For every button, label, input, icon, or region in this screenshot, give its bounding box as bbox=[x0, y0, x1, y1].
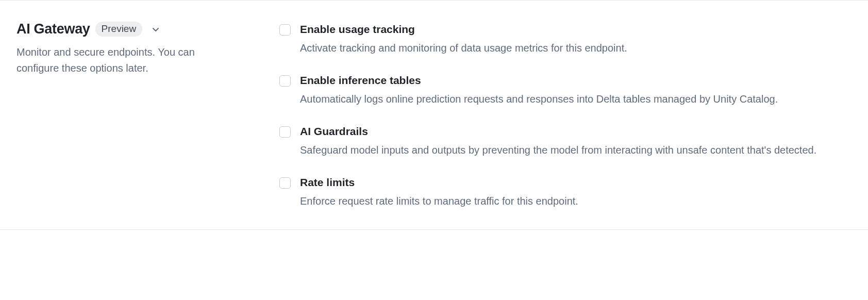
option-usage-tracking: Enable usage tracking Activate tracking … bbox=[279, 23, 852, 56]
checkbox-rate-limits[interactable] bbox=[279, 177, 291, 189]
section-header-column: AI Gateway Preview Monitor and secure en… bbox=[16, 21, 238, 209]
section-description: Monitor and secure endpoints. You can co… bbox=[16, 44, 238, 76]
checkbox-ai-guardrails[interactable] bbox=[279, 126, 291, 138]
option-body: Enable inference tables Automatically lo… bbox=[300, 74, 852, 107]
option-description: Activate tracking and monitoring of data… bbox=[300, 41, 852, 56]
option-ai-guardrails: AI Guardrails Safeguard model inputs and… bbox=[279, 125, 852, 158]
section-title: AI Gateway bbox=[16, 21, 90, 37]
section-header-row: AI Gateway Preview bbox=[16, 21, 238, 37]
option-body: Rate limits Enforce request rate limits … bbox=[300, 176, 852, 209]
option-body: Enable usage tracking Activate tracking … bbox=[300, 23, 852, 56]
checkbox-usage-tracking[interactable] bbox=[279, 24, 291, 36]
option-title: Enable inference tables bbox=[300, 74, 852, 87]
ai-gateway-section: AI Gateway Preview Monitor and secure en… bbox=[0, 0, 868, 230]
checkbox-inference-tables[interactable] bbox=[279, 75, 291, 87]
options-column: Enable usage tracking Activate tracking … bbox=[279, 21, 852, 209]
option-title: Rate limits bbox=[300, 176, 852, 189]
option-description: Safeguard model inputs and outputs by pr… bbox=[300, 143, 852, 158]
option-inference-tables: Enable inference tables Automatically lo… bbox=[279, 74, 852, 107]
option-title: AI Guardrails bbox=[300, 125, 852, 138]
option-body: AI Guardrails Safeguard model inputs and… bbox=[300, 125, 852, 158]
option-title: Enable usage tracking bbox=[300, 23, 852, 36]
chevron-down-icon[interactable] bbox=[151, 24, 161, 35]
option-description: Enforce request rate limits to manage tr… bbox=[300, 194, 852, 209]
option-description: Automatically logs online prediction req… bbox=[300, 92, 852, 107]
preview-badge: Preview bbox=[95, 22, 143, 37]
option-rate-limits: Rate limits Enforce request rate limits … bbox=[279, 176, 852, 209]
